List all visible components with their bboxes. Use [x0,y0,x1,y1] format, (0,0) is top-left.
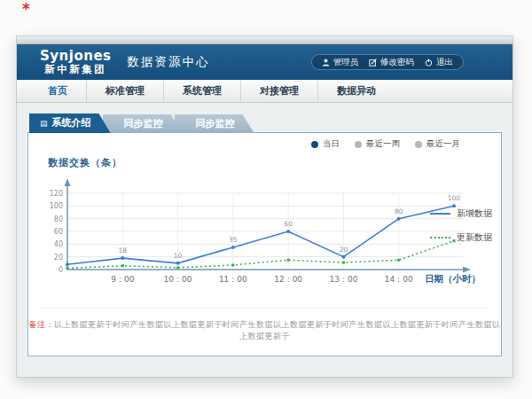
current-user[interactable]: 管理员 [322,57,359,68]
x-tick-label: 10：00 [164,275,192,284]
solid-line-icon [430,213,450,215]
power-icon [425,59,433,66]
x-tick-label: 14：00 [385,275,413,284]
user-icon [322,59,330,66]
radio-icon [311,141,318,148]
y-tick-label: 100 [50,202,63,210]
page-title: 数据资源中心 [128,54,210,70]
y-tick-label: 60 [54,228,63,236]
chart-legend: 新增数据 更新数据 [430,207,492,244]
y-tick-label: 80 [54,215,63,223]
data-point-label: 35 [229,236,238,244]
tab-sync-monitor-2[interactable]: 同步监控 [175,114,254,133]
data-point [121,264,124,267]
content-area: ▤系统介绍 同步监控 同步监控 当日 最近一周 [17,114,512,356]
data-point [342,262,345,264]
data-point [341,255,345,259]
range-label: 最近一周 [366,138,400,150]
data-point [176,266,179,269]
main-nav: 首页 标准管理 系统管理 对接管理 数据异动 [17,80,512,103]
corner-asterisk-mark: * [22,0,30,18]
data-point [66,262,69,266]
edit-icon [369,59,377,66]
y-tick-label: 40 [54,240,63,248]
data-point [231,263,234,266]
data-point-label: 100 [448,194,461,202]
mockup-stage: * Synjones 新中新集团 数据资源中心 管理员 [0,0,532,399]
x-axis-arrow-icon [463,267,471,273]
series-line-1 [67,241,454,269]
x-tick-label: 9：00 [111,275,134,284]
tab-label: 系统介绍 [52,117,91,129]
y-tick-label: 0 [59,266,63,274]
data-point [286,230,290,233]
dotted-line-icon [430,237,450,239]
range-option-today[interactable]: 当日 [311,138,340,150]
app-window: Synjones 新中新集团 数据资源中心 管理员 修改密码 [16,35,513,378]
tab-label: 同步监控 [124,118,163,129]
nav-item-system-mgmt[interactable]: 系统管理 [164,80,241,103]
data-point [66,267,69,270]
range-label: 当日 [323,138,340,150]
nav-item-standard-mgmt[interactable]: 标准管理 [87,80,164,103]
brand-logo: Synjones 新中新集团 [40,49,112,74]
brand-logo-primary: Synjones [40,49,112,64]
legend-item-updated-data: 更新数据 [430,231,492,244]
range-label: 最近一月 [426,138,460,150]
chart-x-axis-title: 日期（小时） [425,273,481,285]
x-tick-label: 12：00 [274,275,302,284]
data-exchange-line-chart: 0204060801001209：0010：0011：0012：0013：001… [39,176,482,296]
data-point [397,217,401,221]
tab-sync-monitor-1[interactable]: 同步监控 [103,114,183,133]
logout-button[interactable]: 退出 [425,57,453,68]
time-range-filter: 当日 最近一周 最近一月 [311,138,460,150]
data-point-label: 20 [340,246,348,254]
y-tick-label: 120 [50,190,63,198]
data-point-label: 60 [284,220,293,228]
change-password-button[interactable]: 修改密码 [369,57,414,68]
nav-item-interface-mgmt[interactable]: 对接管理 [241,80,318,103]
chart-panel: 当日 最近一周 最近一月 数据交换（条） 0204060801001209：00… [27,132,502,356]
data-point [231,246,235,249]
change-password-label: 修改密码 [380,57,414,68]
tab-bar: ▤系统介绍 同步监控 同步监控 [29,114,512,133]
y-tick-label: 20 [54,254,63,262]
legend-item-new-data: 新增数据 [430,207,492,220]
footnote-prefix: 备注： [29,320,55,329]
radio-icon [415,141,422,148]
range-option-last-month[interactable]: 最近一月 [415,138,460,150]
logout-label: 退出 [436,57,453,68]
x-tick-label: 13：00 [329,275,357,284]
tab-label: 同步监控 [196,118,235,129]
data-point [121,256,124,260]
nav-item-data-change[interactable]: 数据异动 [318,80,395,103]
brand-logo-secondary: 新中新集团 [40,64,112,75]
tab-system-intro[interactable]: ▤系统介绍 [29,113,111,133]
data-point-label: 18 [119,246,128,254]
app-header: Synjones 新中新集团 数据资源中心 管理员 修改密码 [17,44,512,80]
data-point [176,262,180,265]
range-option-last-week[interactable]: 最近一周 [355,138,400,150]
x-tick-label: 11：00 [219,275,247,284]
footnote: 备注：以上数据更新于时间产生数据以上数据更新于时间产生数据以上数据更新于时间产生… [28,319,501,342]
panel-divider [41,308,489,309]
data-point-label: 10 [174,252,183,260]
legend-label: 新增数据 [457,207,492,220]
radio-icon [355,141,362,148]
y-axis-arrow-icon [65,178,71,186]
user-toolbar: 管理员 修改密码 退出 [311,54,465,70]
form-icon: ▤ [40,119,48,128]
chart-y-axis-title: 数据交换（条） [48,156,122,169]
user-label: 管理员 [333,57,359,68]
window-top-strip [17,36,512,44]
legend-label: 更新数据 [457,231,492,244]
nav-item-home[interactable]: 首页 [29,80,87,103]
footnote-text: 以上数据更新于时间产生数据以上数据更新于时间产生数据以上数据更新于时间产生数据以… [54,320,501,340]
data-point-label: 80 [395,207,403,215]
data-point [397,259,400,262]
data-point [287,259,290,262]
